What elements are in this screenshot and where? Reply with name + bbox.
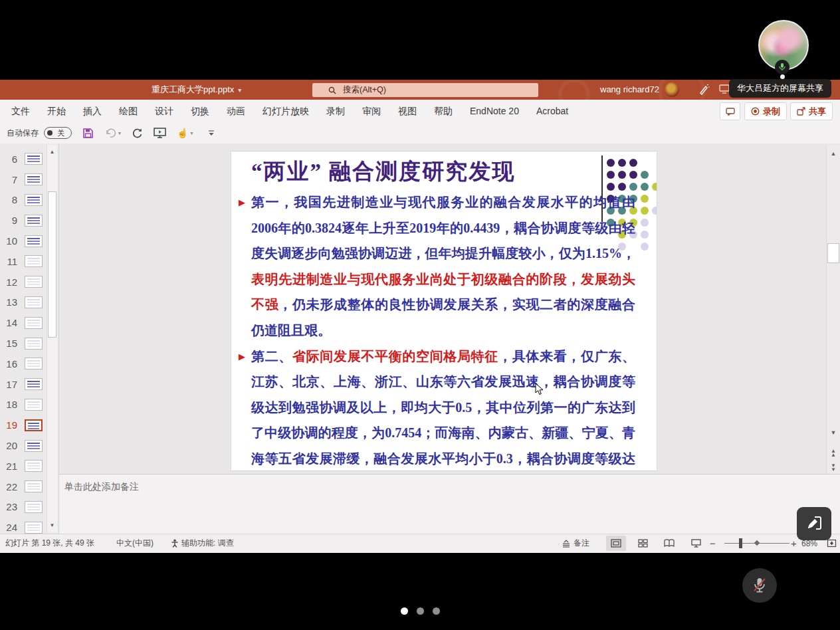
text-segment-blue: 第一，我国先进制造业与现代服务业的融合发展水平的均值由2006年的0.3824逐…	[251, 195, 635, 261]
undo-dropdown-icon[interactable]: ▾	[118, 130, 121, 136]
repeat-button[interactable]	[132, 128, 143, 139]
decoration-dot	[641, 195, 649, 203]
slide-thumbnail-preview	[25, 399, 43, 411]
ribbon-tab-插入[interactable]: 插入	[74, 100, 110, 122]
slide-number: 14	[0, 317, 17, 328]
ribbon-tab-动画[interactable]: 动画	[218, 100, 254, 122]
ribbon-tab-审阅[interactable]: 审阅	[354, 100, 389, 122]
zoom-slider[interactable]	[724, 543, 789, 544]
text-segment-blue: ，仍未形成整体的良性协调发展关系，实现二者的深度融合仍道阻且艰。	[251, 297, 635, 338]
scrollbar-thumb[interactable]	[827, 243, 839, 263]
autosave-toggle[interactable]: 关	[44, 127, 72, 139]
zoom-out-button[interactable]: −	[710, 534, 716, 552]
undo-button[interactable]: ▾	[104, 128, 121, 138]
scroll-down-icon[interactable]: ▼	[827, 429, 840, 436]
autosave-state: 关	[57, 128, 64, 138]
customize-qat-button[interactable]	[208, 130, 215, 136]
slide-number-status[interactable]: 幻灯片 第 19 张, 共 49 张	[5, 534, 94, 552]
record-button[interactable]: 录制	[744, 102, 787, 120]
pagination-dot-2[interactable]	[417, 607, 424, 615]
save-button[interactable]	[82, 128, 94, 139]
touch-mode-icon: ☝	[177, 128, 188, 138]
ribbon-tab-视图[interactable]: 视图	[389, 100, 425, 122]
zoom-slider-tick	[754, 540, 760, 546]
screen-share-badge: 华大吕延方的屏幕共享	[729, 79, 831, 98]
decoration-dot	[629, 159, 637, 167]
microphone-muted-icon	[752, 577, 768, 594]
ribbon-tab-录制[interactable]: 录制	[318, 100, 354, 122]
share-label: 共享	[809, 106, 826, 118]
slide-sorter-icon	[638, 539, 648, 548]
slide-thumbnail-preview	[25, 460, 43, 472]
thumbnail-panel-scrollbar[interactable]: ▲ ▼	[47, 145, 57, 532]
share-button[interactable]: 共享	[790, 102, 833, 120]
mute-microphone-button[interactable]	[742, 568, 777, 603]
decoration-dot	[607, 171, 615, 179]
document-title[interactable]: 重庆工商大学ppt.pptx▾	[152, 80, 241, 100]
slide-number: 12	[0, 276, 17, 288]
slide-sorter-view-button[interactable]	[633, 536, 653, 551]
ribbon-tab-帮助[interactable]: 帮助	[425, 100, 461, 122]
ribbon-tab-开始[interactable]: 开始	[39, 100, 74, 122]
record-label: 录制	[763, 106, 780, 118]
zoom-slider-handle[interactable]	[739, 538, 742, 548]
touch-mode-dropdown-icon[interactable]: ▾	[190, 130, 193, 136]
slideshow-view-button[interactable]	[686, 536, 706, 551]
account-avatar[interactable]	[665, 82, 679, 97]
pen-tool-icon[interactable]	[696, 84, 710, 96]
notes-pane[interactable]: 单击此处添加备注	[59, 474, 840, 534]
next-slide-button[interactable]: ▼▼	[827, 464, 840, 472]
shared-screen: 重庆工商大学ppt.pptx▾ 搜索(Alt+Q) wang richard72…	[0, 0, 840, 630]
ribbon-tab-切换[interactable]: 切换	[182, 100, 218, 122]
comments-button[interactable]	[720, 102, 740, 120]
text-segment-blue: ，具体来看，仅广东、江苏、北京、上海、浙江、山东等六省发展迅速，耦合协调度等级达…	[251, 349, 635, 471]
slide-thumbnail-preview	[25, 419, 43, 431]
slide-number: 16	[0, 358, 17, 369]
pagination-dot-1[interactable]	[401, 607, 408, 615]
slide-thumbnail-preview	[25, 501, 43, 513]
scroll-down-icon[interactable]: ▼	[47, 522, 57, 528]
slide-thumbnail-preview	[25, 153, 43, 165]
language-status[interactable]: 中文(中国)	[116, 534, 154, 552]
slide-bullet-2: ▶第二、省际间发展不平衡的空间格局特征，具体来看，仅广东、江苏、北京、上海、浙江…	[251, 344, 635, 471]
slide-area-scrollbar[interactable]: ▲ ▼ ▲▲ ▼▼	[826, 145, 840, 474]
slide-thumbnail-panel: 6789101112131415161718192021222324 ▲ ▼	[0, 144, 59, 534]
repeat-icon	[132, 128, 143, 139]
scroll-up-icon[interactable]: ▲	[47, 149, 57, 155]
reading-view-button[interactable]	[659, 536, 679, 551]
ribbon-tab-EndNote 20[interactable]: EndNote 20	[461, 100, 528, 122]
webcam-pointer	[780, 74, 785, 79]
decoration-dot	[641, 207, 649, 215]
slideshow-view-icon	[691, 539, 701, 548]
slide-number: 6	[0, 154, 17, 165]
annotation-tool-button[interactable]	[797, 507, 831, 540]
text-segment-red: 省际间发展不平衡的空间格局特征	[292, 349, 498, 364]
ribbon-tab-绘图[interactable]: 绘图	[110, 100, 146, 122]
touch-mouse-mode-button[interactable]: ☝ ▾	[177, 128, 193, 138]
ribbon-tab-幻灯片放映[interactable]: 幻灯片放映	[254, 100, 318, 122]
decoration-dot	[641, 231, 649, 239]
decoration-dot	[641, 171, 649, 179]
filename-dropdown-icon[interactable]: ▾	[238, 86, 241, 94]
zoom-in-button[interactable]: +	[791, 534, 797, 552]
bullet-marker-icon: ▶	[239, 344, 245, 370]
normal-view-button[interactable]	[606, 536, 626, 551]
ribbon-tab-文件[interactable]: 文件	[3, 100, 39, 122]
scrollbar-thumb[interactable]	[48, 191, 56, 338]
slide-canvas[interactable]: “两业” 融合测度研究发现 ▶第一，我国先进制造业与现代服务业的融合发展水平的均…	[231, 152, 657, 471]
search-input[interactable]: 搜索(Alt+Q)	[312, 83, 538, 97]
ribbon-tab-设计[interactable]: 设计	[146, 100, 182, 122]
scroll-up-icon[interactable]: ▲	[827, 150, 840, 157]
pagination-dot-3[interactable]	[433, 607, 440, 615]
accessibility-status[interactable]: 辅助功能: 调查	[171, 534, 234, 552]
share-icon	[797, 107, 805, 116]
previous-slide-button[interactable]: ▲▲	[827, 449, 840, 457]
slide-thumbnail-preview	[25, 440, 43, 452]
ribbon-tab-Acrobat[interactable]: Acrobat	[528, 100, 577, 122]
slide-thumbnail-preview	[25, 378, 43, 390]
fit-to-window-icon	[827, 539, 837, 548]
slide-number: 23	[0, 501, 17, 512]
account-name[interactable]: wang richard72	[600, 80, 659, 100]
notes-toggle-button[interactable]: 备注	[562, 534, 589, 552]
start-slideshow-button[interactable]	[154, 128, 166, 138]
